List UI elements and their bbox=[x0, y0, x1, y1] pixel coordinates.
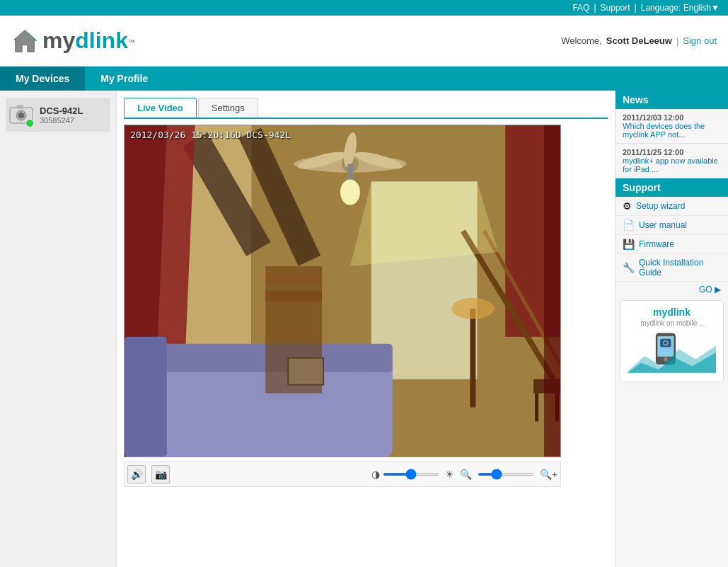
video-container: 2012/03/26 15:20:16D DCS-942L bbox=[124, 125, 561, 457]
logo: mydlink™ bbox=[11, 28, 135, 55]
main: DCS-942L 30585247 Live Video Settings 20… bbox=[0, 91, 728, 567]
svg-rect-29 bbox=[470, 309, 475, 408]
zoom-control bbox=[478, 473, 534, 476]
device-status-indicator bbox=[25, 119, 34, 127]
zoom-in-icon: 🔍+ bbox=[540, 469, 557, 480]
content-tabs: Live Video Settings bbox=[124, 98, 608, 119]
svg-point-18 bbox=[340, 180, 360, 205]
header: mydlink™ Welcome, Scott DeLeeuw | Sign o… bbox=[0, 16, 728, 67]
content-area: Live Video Settings 2012/03/26 15:20:16D… bbox=[117, 91, 615, 567]
brightness-control: ◑ bbox=[371, 469, 439, 480]
sidebar: DCS-942L 30585247 bbox=[0, 91, 117, 567]
svg-point-4 bbox=[18, 113, 24, 118]
mobile-tagline: mydlink on mobile... bbox=[628, 319, 716, 327]
support-header: Support bbox=[616, 178, 728, 197]
news-date-0: 2011/12/03 12:00 bbox=[623, 113, 721, 122]
news-item-0[interactable]: 2011/12/03 12:00 Which devices does the … bbox=[616, 109, 728, 144]
logo-icon bbox=[11, 28, 38, 55]
mydlink-mobile-widget: mydlink mydlink on mobile... bbox=[620, 300, 724, 382]
support-item-wizard[interactable]: ⚙ Setup wizard bbox=[616, 197, 728, 216]
wizard-icon: ⚙ bbox=[623, 200, 632, 212]
logo-text: mydlink™ bbox=[42, 28, 135, 54]
audio-icon: 🔊 bbox=[131, 469, 143, 480]
nav-tab-my-profile[interactable]: My Profile bbox=[85, 67, 163, 91]
support-label-wizard[interactable]: Setup wizard bbox=[636, 201, 685, 211]
signout-link[interactable]: Sign out bbox=[683, 35, 717, 46]
faq-link[interactable]: FAQ bbox=[572, 3, 589, 13]
sun-icon: ☀ bbox=[445, 469, 454, 480]
right-panel: News 2011/12/03 12:00 Which devices does… bbox=[615, 91, 728, 567]
device-serial: 30585247 bbox=[40, 116, 83, 125]
svg-rect-5 bbox=[17, 105, 23, 108]
firmware-icon: 💾 bbox=[623, 239, 635, 250]
device-icon-wrap bbox=[8, 102, 34, 127]
go-link[interactable]: GO ▶ bbox=[616, 282, 728, 297]
welcome-text: Welcome, bbox=[561, 35, 602, 46]
snapshot-button[interactable]: 📷 bbox=[151, 465, 170, 483]
news-header: News bbox=[616, 91, 728, 109]
support-label-manual[interactable]: User manual bbox=[639, 220, 687, 230]
mobile-graphic bbox=[628, 331, 716, 374]
device-item[interactable]: DCS-942L 30585247 bbox=[6, 98, 110, 132]
svg-rect-32 bbox=[535, 394, 538, 422]
svg-rect-37 bbox=[265, 291, 322, 302]
username: Scott DeLeeuw bbox=[606, 35, 672, 46]
news-text-1[interactable]: mydlink+ app now available for iPad ... bbox=[623, 156, 721, 173]
manual-icon: 📄 bbox=[623, 219, 635, 231]
support-item-manual[interactable]: 📄 User manual bbox=[616, 216, 728, 235]
tab-settings[interactable]: Settings bbox=[198, 98, 258, 118]
tab-live-video[interactable]: Live Video bbox=[124, 98, 197, 118]
user-info: Welcome, Scott DeLeeuw | Sign out bbox=[561, 35, 717, 46]
topbar-sep1: | bbox=[594, 3, 596, 13]
mobile-logo-my: my bbox=[653, 307, 667, 318]
support-item-guide[interactable]: 🔧 Quick Installation Guide bbox=[616, 254, 728, 282]
nav: My Devices My Profile bbox=[0, 67, 728, 91]
mobile-logo-dlink: dlink bbox=[667, 307, 691, 318]
nav-tab-my-devices[interactable]: My Devices bbox=[0, 67, 85, 91]
logo-tm: ™ bbox=[128, 38, 135, 46]
controls-bar: 🔊 📷 ◑ ☀ 🔍 🔍+ bbox=[124, 462, 561, 487]
brightness-icon: ◑ bbox=[371, 469, 380, 480]
support-link[interactable]: Support bbox=[601, 3, 630, 13]
svg-rect-38 bbox=[288, 358, 323, 385]
logo-dlink: dlink bbox=[75, 28, 128, 53]
news-text-0[interactable]: Which devices does the myclink APP not..… bbox=[623, 122, 721, 139]
top-bar: FAQ | Support | Language: English▼ bbox=[0, 0, 728, 16]
guide-icon: 🔧 bbox=[623, 262, 635, 273]
video-timestamp: 2012/03/26 15:20:16D DCS-942L bbox=[130, 130, 291, 140]
header-sep: | bbox=[676, 35, 678, 46]
news-item-1[interactable]: 2011/11/25 12:00 mydlink+ app now availa… bbox=[616, 144, 728, 178]
svg-point-45 bbox=[664, 342, 667, 345]
zoom-out-icon: 🔍 bbox=[460, 469, 472, 480]
support-label-firmware[interactable]: Firmware bbox=[639, 239, 674, 249]
snapshot-icon: 📷 bbox=[155, 469, 167, 480]
news-date-1: 2011/11/25 12:00 bbox=[623, 148, 721, 156]
mobile-logo: mydlink bbox=[628, 307, 716, 318]
device-name: DCS-942L bbox=[40, 105, 83, 116]
support-label-guide[interactable]: Quick Installation Guide bbox=[639, 258, 721, 277]
svg-marker-39 bbox=[350, 182, 498, 267]
svg-rect-28 bbox=[125, 337, 167, 457]
support-item-firmware[interactable]: 💾 Firmware bbox=[616, 235, 728, 254]
device-info: DCS-942L 30585247 bbox=[40, 105, 83, 125]
language-selector[interactable]: Language: English▼ bbox=[641, 3, 720, 13]
zoom-slider[interactable] bbox=[478, 473, 534, 476]
svg-marker-0 bbox=[14, 30, 35, 51]
brightness-slider[interactable] bbox=[383, 473, 439, 476]
svg-rect-34 bbox=[544, 125, 560, 457]
svg-rect-36 bbox=[265, 273, 322, 284]
topbar-sep2: | bbox=[635, 3, 637, 13]
logo-my: my bbox=[42, 28, 75, 53]
audio-button[interactable]: 🔊 bbox=[127, 465, 146, 483]
svg-point-30 bbox=[451, 298, 494, 319]
camera-scene bbox=[125, 125, 560, 457]
